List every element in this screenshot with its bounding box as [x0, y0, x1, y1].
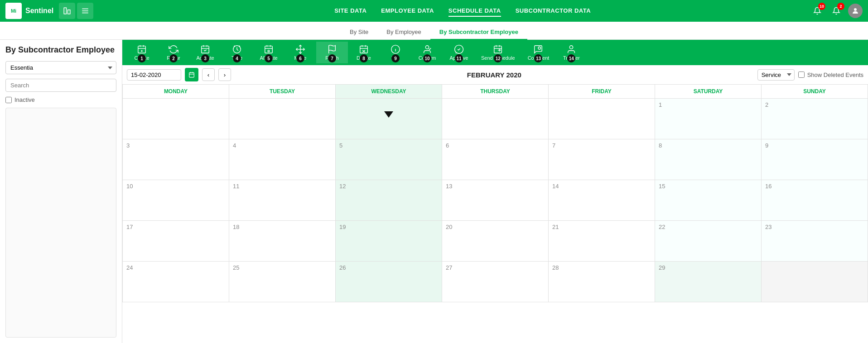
svg-point-21: [268, 50, 270, 52]
cal-cell-w4-fri[interactable]: 21: [549, 221, 655, 262]
logo-letters: Mi: [11, 8, 16, 14]
cal-cell-w1-thu[interactable]: [442, 99, 549, 139]
cal-cell-w1-sat[interactable]: 1: [655, 99, 762, 139]
cal-cell-w4-tue[interactable]: 18: [229, 221, 336, 262]
date-bar: ‹ › FEBRUARY 2020 Service Show Deleted E…: [122, 65, 868, 85]
cal-cell-w1-mon[interactable]: [123, 99, 229, 139]
recur-button[interactable]: Recur 2: [158, 42, 189, 63]
allocate-button[interactable]: Allocate 5: [253, 42, 285, 63]
cal-cell-w2-tue[interactable]: 4: [229, 139, 336, 180]
cal-cell-w4-sun[interactable]: 23: [762, 221, 868, 262]
cal-cell-w2-fri[interactable]: 7: [549, 139, 655, 180]
cal-cell-w2-mon[interactable]: 3: [123, 139, 229, 180]
service-dropdown[interactable]: Service: [757, 69, 795, 81]
logo-box: Mi: [5, 3, 22, 19]
subnav-by-site[interactable]: By Site: [341, 25, 377, 40]
finish-button[interactable]: Finish 7: [316, 42, 348, 63]
cal-cell-w4-wed[interactable]: 19: [336, 221, 442, 262]
svg-point-5: [854, 8, 857, 11]
cal-cell-w3-fri[interactable]: 14: [549, 180, 655, 221]
cal-cell-w1-sun[interactable]: 2: [762, 99, 868, 139]
avatar[interactable]: [848, 4, 863, 18]
cal-header-mon: MONDAY: [123, 85, 229, 99]
cal-cell-w4-sat[interactable]: 22: [655, 221, 762, 262]
subnav-by-employee[interactable]: By Employee: [377, 25, 430, 40]
svg-rect-41: [189, 72, 194, 77]
cal-cell-w2-wed[interactable]: 5: [336, 139, 442, 180]
main-content: Create 1 Recur 2 Activate 3: [122, 40, 868, 343]
send-schedule-button[interactable]: Send Schedule 12: [475, 42, 521, 63]
nav-employee-data[interactable]: EMPLOYEE DATA: [381, 5, 434, 17]
cal-cell-w3-sun[interactable]: 16: [762, 180, 868, 221]
cal-cell-w3-thu[interactable]: 13: [442, 180, 549, 221]
subnav-by-subcontractor[interactable]: By Subcontractor Employee: [430, 25, 527, 40]
nav-schedule-data[interactable]: SCHEDULE DATA: [448, 5, 501, 17]
cal-header-fri: FRIDAY: [549, 85, 655, 99]
bell-button[interactable]: 2: [829, 4, 844, 18]
bell-badge: 2: [837, 3, 844, 10]
cal-cell-w5-sat[interactable]: 29: [655, 262, 762, 302]
time-button[interactable]: Time 4: [221, 42, 253, 63]
cal-cell-w2-thu[interactable]: 6: [442, 139, 549, 180]
cal-cell-w5-wed[interactable]: 26: [336, 262, 442, 302]
main-nav-menu: SITE DATA EMPLOYEE DATA SCHEDULE DATA SU…: [115, 5, 810, 17]
page-title: By Subcontractor Employee: [5, 45, 116, 55]
approve-button[interactable]: Approve 11: [443, 42, 475, 63]
cal-cell-w4-thu[interactable]: 20: [442, 221, 549, 262]
svg-rect-0: [64, 8, 66, 14]
cal-cell-w5-sun[interactable]: [762, 262, 868, 302]
cal-cell-w5-tue[interactable]: 25: [229, 262, 336, 302]
cal-cell-w3-mon[interactable]: 10: [123, 180, 229, 221]
show-deleted-checkbox[interactable]: [798, 71, 805, 78]
cal-cell-w3-wed[interactable]: 12: [336, 180, 442, 221]
svg-point-40: [570, 46, 573, 49]
calendar-container: MONDAY TUESDAY WEDNESDAY THURSDAY FRIDAY…: [122, 85, 868, 343]
nav-subcontractor-data[interactable]: SUBCONTRACTOR DATA: [516, 5, 591, 17]
cal-cell-w4-mon[interactable]: 17: [123, 221, 229, 262]
tracker-button[interactable]: Tracker 14: [555, 42, 587, 63]
month-title: FEBRUARY 2020: [235, 71, 754, 79]
delete-button[interactable]: Delete 8: [348, 42, 380, 63]
cal-header-thu: THURSDAY: [442, 85, 549, 99]
next-month-button[interactable]: ›: [218, 68, 231, 81]
svg-rect-1: [68, 10, 70, 14]
cal-cell-w3-sat[interactable]: 15: [655, 180, 762, 221]
cal-cell-w5-thu[interactable]: 27: [442, 262, 549, 302]
search-input[interactable]: [5, 79, 116, 92]
nav-right: 10 2: [810, 4, 863, 18]
alert-button[interactable]: 10: [810, 4, 825, 18]
create-button[interactable]: Create 1: [126, 42, 158, 63]
svg-rect-12: [202, 46, 209, 53]
nav-site-data[interactable]: SITE DATA: [334, 5, 366, 17]
cal-header-tue: TUESDAY: [229, 85, 336, 99]
svg-rect-6: [138, 46, 146, 53]
chart-icon-button[interactable]: [59, 3, 75, 19]
logo-name: Sentinel: [25, 7, 53, 15]
cal-cell-w2-sat[interactable]: 8: [655, 139, 762, 180]
cal-cell-w5-fri[interactable]: 28: [549, 262, 655, 302]
confirm-button[interactable]: Confirm 10: [411, 42, 443, 63]
date-input[interactable]: [127, 69, 181, 81]
comment-button[interactable]: Comment 13: [521, 42, 556, 63]
inactive-checkbox[interactable]: [5, 97, 12, 103]
cal-cell-w1-wed[interactable]: [336, 99, 442, 139]
company-dropdown[interactable]: Essentia: [5, 61, 116, 74]
top-nav: Mi Sentinel SITE DATA EMPLOYEE DATA SCHE…: [0, 0, 868, 22]
logo-area: Mi Sentinel: [5, 3, 53, 19]
show-deleted-label: Show Deleted Events: [798, 71, 863, 78]
prev-month-button[interactable]: ‹: [202, 68, 215, 81]
cal-header-sun: SUNDAY: [762, 85, 868, 99]
cal-cell-w1-fri[interactable]: [549, 99, 655, 139]
cal-cell-w3-tue[interactable]: 11: [229, 180, 336, 221]
cal-cell-w5-mon[interactable]: 24: [123, 262, 229, 302]
employee-list: [5, 108, 116, 338]
move-button[interactable]: Move 6: [285, 42, 316, 63]
activate-button[interactable]: Activate 3: [189, 42, 221, 63]
cal-cell-w1-tue[interactable]: [229, 99, 336, 139]
menu-icon-button[interactable]: [77, 3, 93, 19]
info-button[interactable]: Info 9: [380, 42, 411, 63]
calendar-picker-button[interactable]: [185, 68, 198, 81]
cal-cell-w2-sun[interactable]: 9: [762, 139, 868, 180]
svg-rect-35: [494, 46, 502, 53]
nav-icons: [59, 3, 93, 19]
